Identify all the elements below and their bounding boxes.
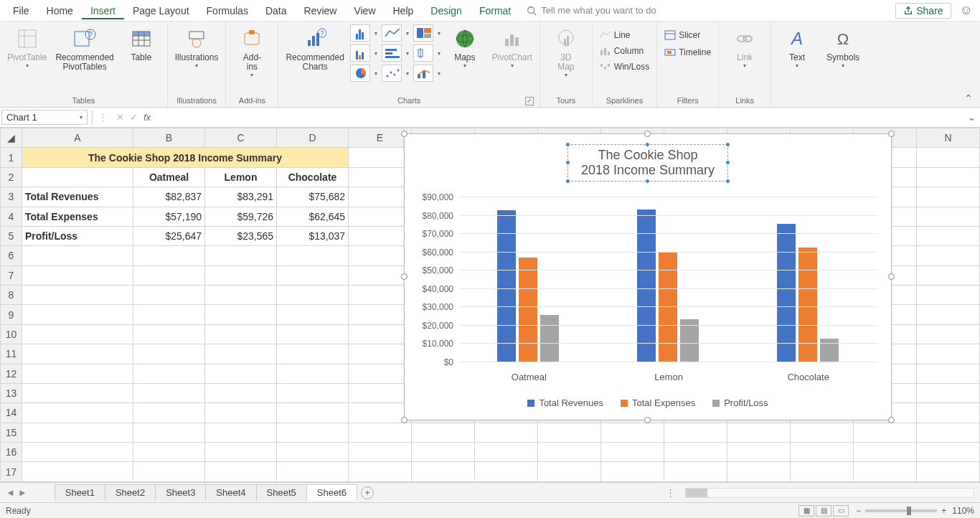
row-header[interactable]: 2	[1, 167, 22, 187]
3d-map-button[interactable]: 3D Map▾	[545, 24, 588, 81]
zoom-percent[interactable]: 110%	[952, 506, 974, 516]
sheet-tab[interactable]: Sheet1	[55, 484, 105, 501]
cancel-formula-icon[interactable]: ✕	[116, 112, 124, 123]
chart-resize-handle[interactable]	[401, 273, 407, 280]
sheet-nav-buttons[interactable]: ◄►	[0, 487, 33, 498]
pivotchart-button[interactable]: PivotChart▾	[489, 24, 535, 72]
name-box-dropdown[interactable]: ⋮	[95, 112, 110, 123]
charts-dialog-launcher[interactable]: ⤢	[525, 97, 534, 105]
name-box[interactable]: Chart 1▾	[1, 110, 88, 125]
title-cell[interactable]: The Cookie Shop 2018 Income Summary	[22, 148, 349, 167]
chart-resize-handle[interactable]	[888, 131, 895, 137]
col-header[interactable]: C	[205, 128, 277, 148]
sheet-tab[interactable]: Sheet5	[256, 484, 307, 501]
chart-title[interactable]: The Cookie Shop 2018 Income Summary	[567, 144, 728, 182]
menu-page-layout[interactable]: Page Layout	[124, 2, 198, 19]
chart-legend[interactable]: Total RevenuesTotal ExpensesProfit/Loss	[405, 397, 891, 408]
bar-chart-button[interactable]	[382, 44, 402, 62]
chart-resize-handle[interactable]	[888, 273, 895, 280]
cell[interactable]: Total Expenses	[22, 207, 133, 226]
waterfall-chart-button[interactable]	[350, 44, 370, 62]
chart-bar[interactable]	[519, 258, 537, 362]
chart-resize-handle[interactable]	[401, 417, 407, 423]
cell[interactable]: Oatmeal	[133, 167, 205, 187]
legend-item[interactable]: Profit/Loss	[712, 397, 768, 408]
chart-bar[interactable]	[777, 224, 796, 362]
row-header[interactable]: 1	[1, 148, 22, 167]
cell[interactable]: $83,291	[205, 187, 277, 207]
page-break-view-button[interactable]: ▭	[833, 505, 849, 517]
cell[interactable]: $25,647	[133, 226, 205, 245]
zoom-out-button[interactable]: −	[856, 506, 861, 516]
cell[interactable]: $23,565	[205, 226, 277, 245]
cell[interactable]: Chocolate	[277, 167, 349, 187]
expand-formula-bar[interactable]: ⌄	[963, 112, 980, 123]
statistic-chart-button[interactable]	[413, 44, 433, 62]
line-chart-button[interactable]	[382, 24, 402, 42]
tab-split-handle[interactable]: ⋮	[661, 487, 679, 498]
cell[interactable]: Lemon	[205, 167, 277, 187]
row-header[interactable]: 4	[1, 207, 22, 226]
cell[interactable]: Total Revenues	[22, 187, 133, 207]
column-chart-button[interactable]	[350, 24, 370, 42]
tell-me-search[interactable]: Tell me what you want to do	[527, 5, 656, 16]
legend-item[interactable]: Total Expenses	[621, 397, 695, 408]
text-button[interactable]: A Text▾	[776, 24, 819, 72]
legend-item[interactable]: Total Revenues	[527, 397, 603, 408]
row-header[interactable]: 14	[1, 403, 22, 423]
timeline-button[interactable]: Timeline	[661, 46, 714, 59]
link-button[interactable]: Link▾	[723, 24, 766, 72]
menu-design[interactable]: Design	[422, 2, 471, 19]
sheet-tab[interactable]: Sheet3	[155, 484, 206, 501]
sheet-tab[interactable]: Sheet4	[205, 484, 256, 501]
sheet-tab[interactable]: Sheet2	[105, 484, 156, 501]
menu-format[interactable]: Format	[471, 2, 519, 19]
cell[interactable]: $82,837	[133, 187, 205, 207]
symbols-button[interactable]: Ω Symbols▾	[821, 24, 864, 72]
scatter-chart-button[interactable]	[382, 65, 402, 82]
sparkline-winloss-button[interactable]: Win/Loss	[597, 60, 652, 73]
chart-bar[interactable]	[637, 209, 656, 362]
table-button[interactable]: Table	[120, 24, 163, 65]
menu-insert[interactable]: Insert	[82, 2, 124, 19]
row-header[interactable]: 5	[1, 226, 22, 245]
addins-button[interactable]: Add- ins▾	[230, 24, 273, 81]
cell[interactable]: $75,682	[277, 187, 349, 207]
chart-bar[interactable]	[798, 248, 817, 362]
menu-formulas[interactable]: Formulas	[198, 2, 257, 19]
new-sheet-button[interactable]: +	[361, 486, 374, 499]
share-button[interactable]: Share	[895, 3, 951, 19]
menu-view[interactable]: View	[345, 2, 384, 19]
chart-resize-handle[interactable]	[401, 131, 407, 137]
chart-object[interactable]: The Cookie Shop 2018 Income Summary $0$1…	[404, 133, 892, 420]
row-header[interactable]: 16	[1, 443, 22, 462]
pie-chart-button[interactable]	[350, 65, 370, 82]
row-header[interactable]: 10	[1, 324, 22, 344]
formula-input[interactable]	[156, 110, 963, 124]
select-all-corner[interactable]: ◢	[1, 128, 22, 148]
chart-bar[interactable]	[820, 339, 839, 362]
chart-resize-handle[interactable]	[644, 131, 651, 137]
col-header[interactable]: D	[277, 128, 349, 148]
col-header[interactable]: N	[917, 128, 980, 148]
maps-button[interactable]: Maps▾	[443, 24, 486, 72]
combo-chart-button[interactable]	[413, 65, 433, 82]
chart-bar[interactable]	[540, 315, 559, 362]
row-header[interactable]: 6	[1, 246, 22, 265]
feedback-icon[interactable]: ☺	[960, 3, 973, 18]
horizontal-scrollbar[interactable]	[685, 488, 974, 498]
hierarchy-chart-button[interactable]	[413, 24, 433, 42]
row-header[interactable]: 12	[1, 364, 22, 383]
normal-view-button[interactable]: ▦	[798, 505, 814, 517]
row-header[interactable]: 9	[1, 305, 22, 324]
col-header[interactable]: A	[22, 128, 133, 148]
enter-formula-icon[interactable]: ✓	[130, 112, 138, 123]
row-header[interactable]: 15	[1, 423, 22, 442]
menu-file[interactable]: File	[4, 2, 38, 19]
sheet-tab[interactable]: Sheet6	[306, 484, 357, 501]
row-header[interactable]: 7	[1, 265, 22, 285]
sparkline-column-button[interactable]: Column	[597, 44, 652, 57]
row-header[interactable]: 3	[1, 187, 22, 207]
menu-data[interactable]: Data	[257, 2, 296, 19]
cell[interactable]: $57,190	[133, 207, 205, 226]
